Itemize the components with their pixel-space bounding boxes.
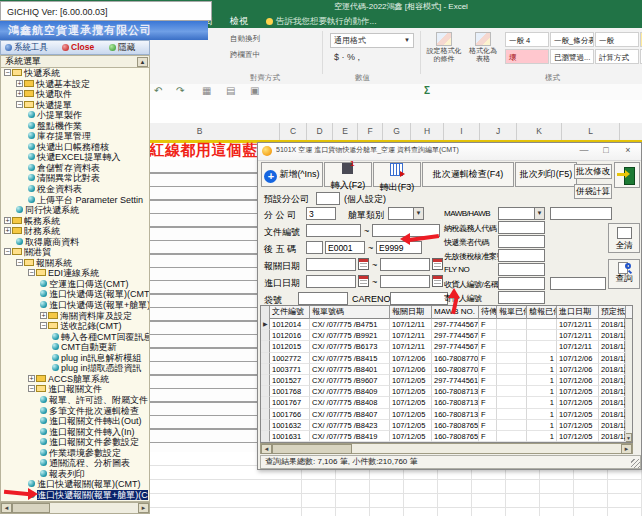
gichiq-titlebar[interactable]: GICHIQ Ver: [6.00.00.03] — [0, 1, 212, 21]
tree-item-10[interactable]: 清關異常比對表 — [1, 173, 149, 184]
tree-item-20[interactable]: 空運進口傳送(CMT) — [1, 279, 149, 290]
row-selector[interactable] — [261, 341, 270, 352]
tree-horizontal-scrollbar[interactable]: ◄ ► — [0, 502, 150, 514]
column-header-H[interactable]: H — [411, 123, 444, 140]
table-header-6[interactable]: 艙報已傳 — [527, 306, 557, 319]
row-selector[interactable]: ▶ — [261, 319, 270, 330]
courier-input[interactable] — [498, 235, 545, 248]
table-row-5[interactable]: 1001527CX/ /07/775 /B9607107/12/05297-77… — [261, 375, 632, 386]
sum-icon[interactable]: Σ — [424, 85, 430, 96]
tree-item-30[interactable]: −進口報關文件 — [1, 384, 149, 395]
exit-button[interactable] — [614, 162, 640, 188]
tree-item-14[interactable]: +帳務系統 — [1, 216, 149, 227]
table-header-0[interactable]: 文件編號 — [270, 306, 310, 319]
calendar-icon[interactable] — [358, 275, 369, 287]
formula-bar[interactable] — [148, 100, 642, 124]
tree-item-33[interactable]: 進口報關文件轉出(Out) — [1, 416, 149, 427]
tree-item-24[interactable]: −送收記錄(CMT) — [1, 321, 149, 332]
tree-item-37[interactable]: 通關流程、分析圖表 — [1, 458, 149, 469]
tree-item-34[interactable]: 進口報關文件轉入(In) — [1, 427, 149, 438]
table-row-9[interactable]: 1001632CX/ /07/775 /B8423107/12/05160-78… — [261, 420, 632, 431]
tree-item-18[interactable]: −報關系統 — [1, 258, 149, 269]
manifest-type-arrow-icon[interactable]: ▼ — [413, 207, 424, 220]
column-header-G[interactable]: G — [383, 123, 411, 140]
calendar-icon[interactable] — [432, 275, 443, 287]
table-header-7[interactable]: 進口日期 — [557, 306, 599, 319]
column-header-K[interactable]: K — [517, 123, 562, 140]
tree-item-17[interactable]: −關港貿 — [1, 247, 149, 258]
row-selector[interactable] — [261, 431, 270, 442]
column-header-I[interactable]: I — [444, 123, 480, 140]
tree-item-2[interactable]: +快遞取件 — [1, 89, 149, 100]
column-header-L[interactable]: L — [562, 123, 620, 140]
import-button[interactable]: 轉入(F2) — [324, 162, 372, 187]
system-tools-button[interactable]: 系統工具 — [2, 42, 51, 53]
collapse-icon[interactable]: − — [28, 269, 35, 276]
bag-calc-button[interactable]: 併袋計算 — [574, 184, 612, 199]
close-button[interactable]: × — [617, 143, 639, 159]
tree-item-19[interactable]: −EDI連線系統 — [1, 268, 149, 279]
tree-item-39[interactable]: 進口快遞報關(報單)(CMT) — [1, 479, 149, 490]
row-selector[interactable] — [261, 386, 270, 397]
tree-item-40[interactable]: 進口快遞報關(報單+艙單)(C — [1, 490, 149, 501]
cell-style-一般[interactable]: 一般 — [595, 32, 639, 47]
cell-style-壞[interactable]: 壞 — [505, 49, 549, 64]
number-format-select[interactable]: 通用格式▼ — [330, 33, 414, 48]
tree-item-38[interactable]: 報表列印 — [1, 469, 149, 480]
doc-no-to-input[interactable] — [372, 224, 440, 237]
table-header-5[interactable]: 報單已傳 — [497, 306, 527, 319]
collapse-icon[interactable]: − — [4, 69, 11, 76]
collapse-icon[interactable]: − — [16, 101, 23, 108]
number-glyphs[interactable]: $ · % , — [334, 52, 360, 62]
query-button[interactable]: 查詢 — [608, 259, 640, 289]
expand-icon[interactable]: + — [4, 217, 11, 224]
table-header-8[interactable]: 預定抵達日 — [599, 306, 626, 319]
scroll-left-icon[interactable]: ◄ — [261, 444, 272, 454]
expand-icon[interactable]: + — [28, 375, 35, 382]
format-table-button[interactable]: 格式化為 表格 — [466, 32, 500, 63]
close-app-button[interactable]: Close — [59, 42, 97, 53]
tree-item-5[interactable]: 盤點機作業 — [1, 121, 149, 132]
table-horizontal-scrollbar[interactable]: ◄ ► — [260, 443, 633, 454]
row-selector[interactable] — [261, 409, 270, 420]
row-selector[interactable] — [261, 353, 270, 364]
flyno-input[interactable] — [498, 263, 545, 276]
maximize-button[interactable]: □ — [595, 143, 617, 159]
tree-scroll-up-icon[interactable]: ▲ — [137, 57, 148, 67]
tree-item-6[interactable]: 庫存提單管理 — [1, 131, 149, 142]
cell-style-一般_條分表[interactable]: 一般_條分表 — [550, 32, 594, 47]
tree-item-28[interactable]: plug in擷取憑證資訊 — [1, 363, 149, 374]
table-row-2[interactable]: 1012015CX/ /07/775 /B6173107/12/11297-77… — [261, 341, 632, 352]
table-row-8[interactable]: 1001766CX/ /07/775 /B8407107/12/05160-78… — [261, 409, 632, 420]
collapse-icon[interactable]: − — [4, 248, 11, 255]
row-selector[interactable] — [261, 330, 270, 341]
tree-item-0[interactable]: −快遞系統 — [1, 68, 149, 79]
hide-button[interactable]: 隱藏 — [106, 42, 138, 53]
last5-prefix-input[interactable] — [306, 241, 323, 254]
batch-print-button[interactable]: 批次列印(F5) — [515, 162, 577, 187]
scroll-right-icon[interactable]: ► — [138, 503, 149, 513]
expand-icon[interactable]: + — [16, 80, 23, 87]
table-row-7[interactable]: 1001767CX/ /07/775 /B8408107/12/05160-78… — [261, 397, 632, 408]
careno-input[interactable] — [390, 292, 448, 305]
table-row-10[interactable]: 1001631CX/ /07/775 /B8419107/12/05160-78… — [261, 431, 632, 442]
export-button[interactable]: 轉出(F3) — [373, 162, 421, 187]
consignee-input[interactable] — [498, 277, 545, 290]
minimize-button[interactable]: — — [573, 143, 595, 159]
tree-item-36[interactable]: 作業環境參數設定 — [1, 448, 149, 459]
column-header-J[interactable]: J — [480, 123, 517, 140]
calendar-icon[interactable] — [432, 258, 443, 270]
batch-check-button[interactable]: 批次邏輯檢查(F4) — [422, 162, 514, 187]
tree-item-16[interactable]: 取得廠商資料 — [1, 237, 149, 248]
tree-item-25[interactable]: 轉入各種CMT回覆訊息 — [1, 332, 149, 343]
tab-view[interactable]: 檢視 — [230, 14, 248, 28]
tree-item-12[interactable]: 上傳平台 Parameter Settin — [1, 195, 149, 206]
table-row-6[interactable]: 1001768CX/ /07/775 /B8409107/12/05160-78… — [261, 386, 632, 397]
tree-item-35[interactable]: 進口報關文件參數設定 — [1, 437, 149, 448]
calendar-icon[interactable] — [358, 258, 369, 270]
tree-item-22[interactable]: 進口快遞傳送(報單+艙單) — [1, 300, 149, 311]
row-selector[interactable] — [261, 420, 270, 431]
tree-item-26[interactable]: CMT自動更新 — [1, 342, 149, 353]
clear-all-button[interactable]: 全清 — [608, 223, 640, 253]
row-selector[interactable] — [261, 375, 270, 386]
